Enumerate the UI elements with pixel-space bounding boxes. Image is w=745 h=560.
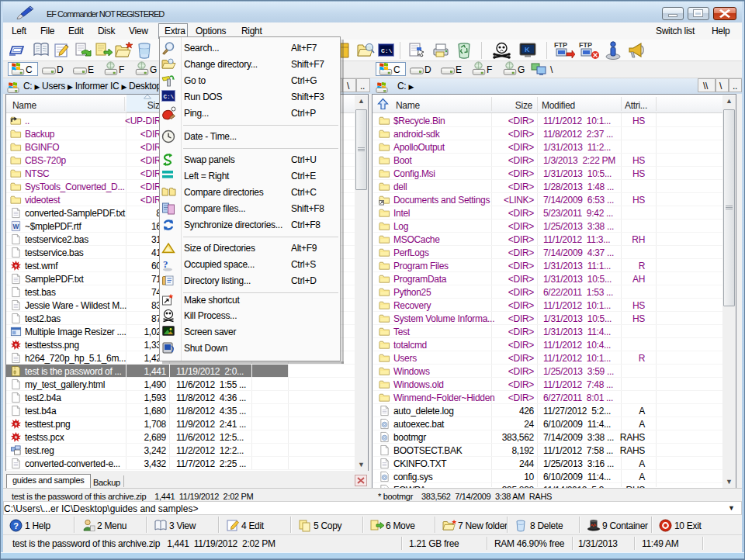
svg-text:FTP: FTP [579,41,592,49]
svg-text:K: K [525,46,530,54]
svg-text:?: ? [13,521,19,531]
svg-text:FTP: FTP [554,41,567,49]
svg-text:C:\: C:\ [381,47,393,54]
svg-text:C:\: C:\ [164,94,175,100]
